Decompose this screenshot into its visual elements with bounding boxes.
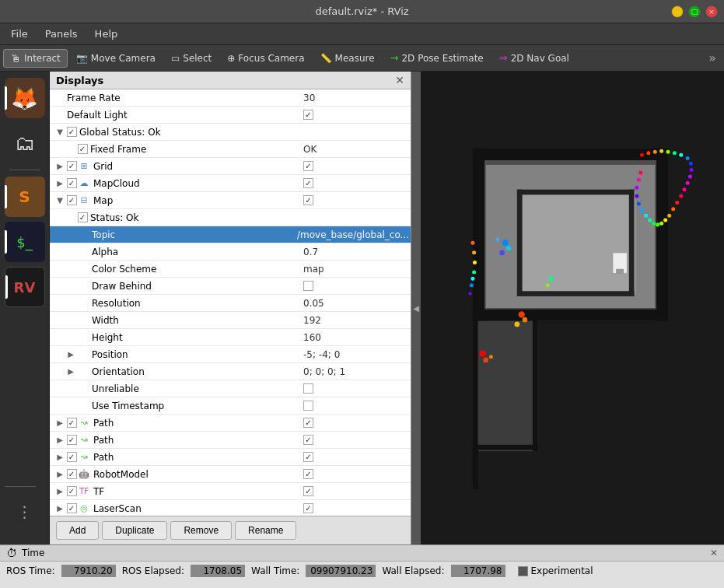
expand-position[interactable]: ▶ (65, 350, 76, 359)
value-orientation[interactable]: 0; 0; 0; 1 (300, 366, 409, 377)
value-frame-rate[interactable]: 30 (300, 93, 409, 103)
expand-robot-model[interactable]: ▶ (54, 470, 65, 478)
minimize-button[interactable]: – (671, 5, 684, 18)
value-fixed-frame[interactable]: OK (300, 144, 409, 155)
dock-apps[interactable]: ⋮ (5, 492, 45, 532)
check-p3-box[interactable] (67, 452, 77, 462)
check-mc-box[interactable] (67, 178, 77, 188)
check-rm-box[interactable] (67, 469, 77, 479)
dock-firefox[interactable]: 🦊 (5, 78, 45, 118)
time-panel-close[interactable]: ✕ (710, 548, 718, 558)
check-path2[interactable] (65, 434, 78, 446)
check-path3[interactable] (65, 451, 78, 464)
expand-orientation[interactable]: ▶ (65, 367, 76, 376)
dock-terminal[interactable]: $_ (5, 222, 45, 262)
panel-collapse-handle[interactable]: ◀ (411, 72, 421, 544)
expand-laser-scan[interactable]: ▶ (54, 504, 65, 513)
menu-help[interactable]: Help (87, 25, 126, 43)
tool-focus-camera[interactable]: ⊕ Focus Camera (220, 50, 311, 67)
check-p2-box[interactable] (67, 435, 77, 445)
expand-global-status[interactable]: ▼ (54, 128, 65, 136)
dock-rviz[interactable]: RV (5, 267, 45, 307)
displays-close-button[interactable]: ✕ (395, 74, 404, 86)
value-height[interactable]: 160 (300, 332, 409, 343)
maximize-button[interactable]: □ (688, 5, 701, 18)
value-topic[interactable]: /move_base/global_co... (294, 229, 409, 240)
check-grid-val[interactable] (303, 161, 313, 171)
check-ls-box[interactable] (67, 503, 77, 513)
check-path1[interactable] (65, 417, 78, 429)
value-grid[interactable] (300, 161, 409, 171)
check-unreliable[interactable] (303, 383, 313, 394)
value-path3[interactable] (300, 452, 409, 462)
value-map[interactable] (300, 195, 409, 205)
value-default-light[interactable] (300, 110, 409, 120)
expand-path1[interactable]: ▶ (54, 418, 65, 427)
tool-move-camera[interactable]: 📷 Move Camera (69, 50, 163, 67)
check-ff-box[interactable] (78, 144, 88, 154)
check-mapcloud[interactable] (65, 177, 78, 190)
value-alpha[interactable]: 0.7 (300, 247, 409, 257)
check-map-val[interactable] (303, 195, 313, 205)
check-mc-val[interactable] (303, 178, 313, 188)
check-fixed-frame[interactable] (76, 143, 89, 156)
expand-mapcloud[interactable]: ▶ (54, 179, 65, 187)
tool-interact[interactable]: 🖱 Interact (3, 49, 68, 68)
value-width[interactable]: 192 (300, 315, 409, 326)
value-color-scheme[interactable]: map (300, 264, 409, 275)
expand-path2[interactable]: ▶ (54, 436, 65, 444)
close-button[interactable]: × (705, 5, 718, 18)
value-path2[interactable] (300, 435, 409, 445)
remove-button[interactable]: Remove (170, 521, 232, 540)
check-robot-model[interactable] (65, 468, 78, 481)
check-p1-val[interactable] (303, 418, 313, 428)
expand-grid[interactable]: ▶ (54, 162, 65, 170)
check-gs-box[interactable] (67, 127, 77, 137)
value-position[interactable]: -5; -4; 0 (300, 349, 409, 360)
menu-file[interactable]: File (3, 25, 36, 43)
check-rm-val[interactable] (303, 469, 313, 479)
dock-sublime[interactable]: S (5, 177, 45, 217)
displays-scroll[interactable]: Frame Rate 30 Default Light ▼ Global Sta… (50, 89, 411, 516)
row-topic[interactable]: Topic /move_base/global_co... (50, 226, 411, 243)
check-grid[interactable] (65, 160, 78, 173)
value-robot-model[interactable] (300, 469, 409, 479)
check-so-box[interactable] (78, 212, 88, 222)
check-p3-val[interactable] (303, 452, 313, 462)
value-mapcloud[interactable] (300, 178, 409, 188)
value-use-timestamp[interactable] (300, 401, 409, 411)
check-draw-behind[interactable] (303, 281, 313, 291)
value-resolution[interactable]: 0.05 (300, 298, 409, 309)
menu-panels[interactable]: Panels (37, 25, 86, 43)
check-tf-box[interactable] (67, 486, 77, 496)
viewport[interactable] (421, 72, 724, 544)
check-default-light[interactable] (303, 110, 313, 120)
duplicate-button[interactable]: Duplicate (102, 521, 167, 540)
check-map-box[interactable] (67, 195, 77, 205)
value-path1[interactable] (300, 418, 409, 428)
tool-measure[interactable]: 📏 Measure (313, 50, 382, 67)
experimental-checkbox[interactable] (518, 566, 528, 576)
check-tf[interactable] (65, 485, 78, 498)
value-unreliable[interactable] (300, 383, 409, 394)
check-use-timestamp[interactable] (303, 401, 313, 411)
expand-path3[interactable]: ▶ (54, 453, 65, 461)
toolbar-more[interactable]: » (704, 48, 721, 68)
tool-nav-goal[interactable]: ⇒ 2D Nav Goal (492, 49, 576, 67)
add-button[interactable]: Add (56, 521, 99, 540)
expand-map[interactable]: ▼ (54, 196, 65, 205)
check-laser-scan[interactable] (65, 502, 78, 515)
check-map[interactable] (65, 194, 78, 207)
value-tf[interactable] (300, 486, 409, 496)
tool-pose-estimate[interactable]: → 2D Pose Estimate (383, 49, 491, 67)
check-p2-val[interactable] (303, 435, 313, 445)
check-grid-box[interactable] (67, 161, 77, 171)
value-laser-scan[interactable] (300, 503, 409, 513)
check-status-ok[interactable] (76, 212, 89, 224)
check-global-status[interactable] (65, 126, 78, 138)
check-p1-box[interactable] (67, 418, 77, 428)
tool-select[interactable]: ▭ Select (164, 50, 219, 67)
dock-files[interactable]: 🗂 (5, 123, 45, 163)
check-tf-val[interactable] (303, 486, 313, 496)
check-ls-val[interactable] (303, 503, 313, 513)
